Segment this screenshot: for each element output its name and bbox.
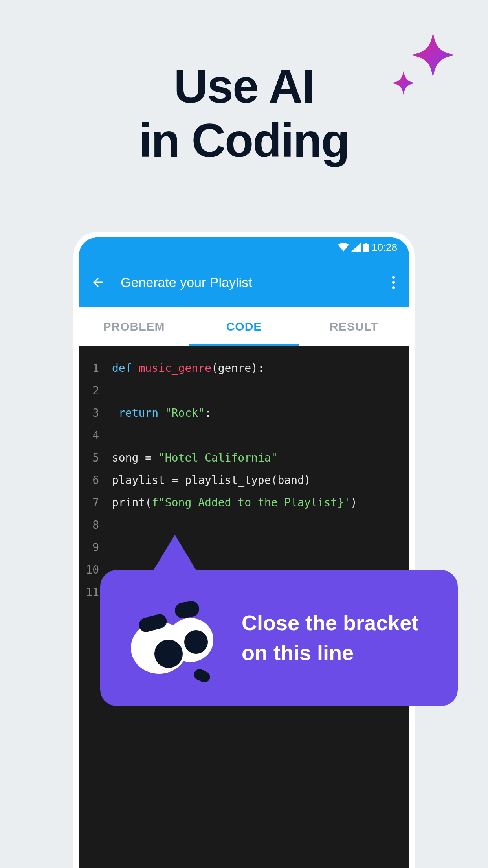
status-icons: [338, 243, 369, 252]
svg-point-5: [184, 630, 208, 654]
app-bar: Generate your Playlist: [79, 257, 409, 307]
tab-code[interactable]: CODE: [189, 307, 299, 346]
code-line-7: print(f"Song Added to the Playlist}'): [112, 491, 409, 514]
signal-icon: [351, 243, 361, 252]
hint-text: Close the bracket on this line: [242, 608, 438, 668]
svg-rect-8: [192, 667, 212, 684]
headline-line-2: in Coding: [0, 113, 488, 167]
phone-frame: 10:28 Generate your Playlist PROBLEM COD…: [73, 232, 415, 868]
code-line-6: playlist = playlist_type(band): [112, 469, 409, 491]
ai-hint-bubble[interactable]: Close the bracket on this line: [100, 570, 458, 706]
svg-point-4: [154, 640, 183, 668]
code-line-8: [112, 514, 409, 536]
sparkle-icon: [390, 28, 464, 104]
code-line-1: def music_genre(genre):: [112, 357, 409, 379]
mascot-icon: [120, 587, 222, 689]
more-menu-icon[interactable]: [392, 276, 397, 289]
code-line-2: [112, 379, 409, 402]
battery-icon: [363, 243, 369, 252]
phone-screen: 10:28 Generate your Playlist PROBLEM COD…: [79, 237, 409, 868]
tab-problem[interactable]: PROBLEM: [79, 307, 189, 346]
code-line-4: [112, 424, 409, 447]
svg-rect-7: [174, 600, 200, 620]
tabs: PROBLEM CODE RESULT: [79, 307, 409, 346]
code-line-3: return "Rock":: [112, 402, 409, 424]
code-line-5: song = "Hotel California": [112, 447, 409, 469]
status-bar: 10:28: [79, 237, 409, 257]
status-time: 10:28: [372, 241, 397, 254]
wifi-icon: [338, 243, 349, 252]
svg-rect-1: [365, 243, 367, 244]
back-arrow-icon[interactable]: [91, 275, 105, 289]
app-title: Generate your Playlist: [121, 275, 392, 290]
tab-result[interactable]: RESULT: [299, 307, 409, 346]
svg-rect-0: [363, 244, 369, 252]
